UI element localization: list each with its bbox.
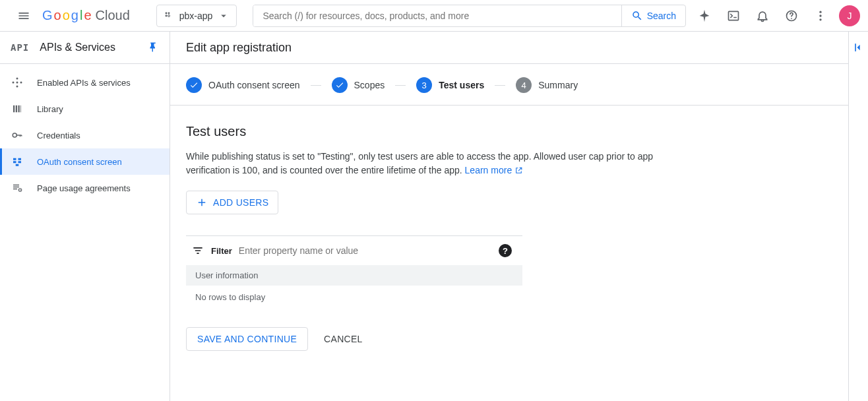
- test-users-section: Test users While publishing status is se…: [170, 106, 711, 369]
- filter-icon: [191, 244, 204, 257]
- bell-icon: [756, 9, 769, 22]
- more-button[interactable]: [807, 3, 834, 29]
- add-users-button[interactable]: ADD USERS: [186, 191, 278, 214]
- sidebar-item-library[interactable]: Library: [0, 96, 170, 122]
- page-title: Edit app registration: [186, 41, 292, 55]
- step-summary[interactable]: 4 Summary: [516, 77, 578, 93]
- table-header: User information: [186, 265, 522, 286]
- pin-icon[interactable]: [147, 42, 159, 53]
- more-vert-icon: [814, 9, 827, 22]
- step-label: Test users: [439, 80, 484, 90]
- sidebar-item-oauth-consent[interactable]: OAuth consent screen: [0, 148, 170, 175]
- sidebar: API APIs & Services Enabled APIs & servi…: [0, 32, 170, 401]
- sidebar-item-page-usage[interactable]: Page usage agreements: [0, 175, 170, 201]
- step-separator: [395, 85, 406, 86]
- svg-point-1: [168, 12, 170, 14]
- cloud-shell-button[interactable]: [720, 3, 747, 29]
- cancel-button[interactable]: CANCEL: [324, 334, 363, 344]
- notifications-button[interactable]: [749, 3, 776, 29]
- svg-point-8: [819, 18, 821, 20]
- svg-rect-18: [18, 161, 22, 163]
- add-users-label: ADD USERS: [213, 197, 268, 208]
- step-label: Scopes: [354, 80, 385, 90]
- filter-row: Filter ?: [186, 236, 522, 265]
- section-description: While publishing status is set to "Testi…: [186, 150, 695, 177]
- menu-icon: [17, 9, 30, 22]
- save-continue-button[interactable]: SAVE AND CONTINUE: [186, 327, 308, 351]
- filter-help-button[interactable]: ?: [499, 244, 512, 257]
- svg-point-12: [13, 82, 15, 84]
- table-empty-row: No rows to display: [186, 286, 522, 309]
- stepper: OAuth consent screen Scopes 3 Test users…: [170, 64, 848, 106]
- step-separator: [495, 85, 505, 86]
- external-link-icon: [514, 166, 523, 175]
- sidebar-item-enabled-apis[interactable]: Enabled APIs & services: [0, 69, 170, 96]
- svg-point-9: [16, 82, 18, 84]
- section-heading: Test users: [186, 124, 695, 139]
- svg-point-3: [168, 15, 170, 16]
- project-picker[interactable]: pbx-app: [156, 5, 237, 27]
- step-label: Summary: [538, 80, 578, 90]
- search-button-label: Search: [647, 11, 676, 21]
- project-icon: [164, 11, 174, 21]
- svg-point-2: [165, 15, 167, 16]
- key-icon: [11, 129, 23, 141]
- top-header: GoogleCloud pbx-app Search J: [0, 0, 868, 32]
- check-icon: [186, 77, 202, 93]
- sidebar-item-label: OAuth consent screen: [37, 157, 122, 167]
- step-number: 4: [516, 77, 532, 93]
- svg-point-11: [16, 86, 18, 88]
- sidebar-item-credentials[interactable]: Credentials: [0, 122, 170, 148]
- account-avatar[interactable]: J: [839, 5, 860, 26]
- sidebar-nav: Enabled APIs & services Library Credenti…: [0, 64, 170, 201]
- svg-rect-17: [18, 158, 22, 160]
- users-table: Filter ? User information No rows to dis…: [186, 235, 522, 309]
- svg-point-0: [165, 12, 167, 14]
- step-oauth-consent[interactable]: OAuth consent screen: [186, 77, 300, 93]
- svg-point-14: [13, 133, 16, 137]
- search-icon: [631, 10, 643, 22]
- check-icon: [332, 77, 348, 93]
- enabled-apis-icon: [11, 77, 23, 88]
- search-input[interactable]: [253, 5, 621, 26]
- hamburger-menu-button[interactable]: [8, 0, 40, 32]
- svg-rect-15: [13, 158, 16, 160]
- description-text: While publishing status is set to "Testi…: [186, 151, 653, 175]
- chevron-down-icon: [218, 10, 230, 22]
- help-icon: [785, 9, 798, 22]
- library-icon: [11, 103, 23, 115]
- svg-rect-21: [855, 44, 856, 51]
- step-number: 3: [416, 77, 432, 93]
- avatar-initial: J: [848, 11, 852, 21]
- consent-icon: [11, 156, 23, 168]
- search-bar: Search: [253, 5, 686, 27]
- sparkle-icon: [697, 9, 712, 23]
- gemini-button[interactable]: [691, 3, 718, 29]
- action-row: SAVE AND CONTINUE CANCEL: [186, 327, 695, 351]
- svg-rect-4: [729, 11, 739, 20]
- filter-input[interactable]: [239, 245, 492, 256]
- collapse-panel-icon[interactable]: [852, 41, 865, 54]
- svg-point-6: [819, 11, 821, 13]
- plus-icon: [196, 197, 208, 208]
- sidebar-item-label: Page usage agreements: [37, 183, 131, 193]
- main-area: Edit app registration OAuth consent scre…: [170, 32, 868, 401]
- agreements-icon: [11, 182, 23, 194]
- project-name: pbx-app: [179, 11, 213, 21]
- search-button[interactable]: Search: [621, 5, 685, 26]
- step-scopes[interactable]: Scopes: [332, 77, 385, 93]
- step-test-users[interactable]: 3 Test users: [416, 77, 484, 93]
- help-button[interactable]: [778, 3, 805, 29]
- google-cloud-logo[interactable]: GoogleCloud: [42, 8, 130, 23]
- header-actions: J: [691, 3, 860, 29]
- learn-more-link[interactable]: Learn more: [465, 165, 523, 175]
- sidebar-header: API APIs & Services: [0, 32, 170, 64]
- learn-more-label: Learn more: [465, 165, 512, 175]
- api-logo: API: [11, 42, 29, 53]
- svg-rect-16: [13, 161, 16, 163]
- sidebar-item-label: Credentials: [37, 131, 80, 140]
- svg-point-13: [20, 82, 22, 84]
- svg-point-7: [819, 15, 821, 16]
- step-separator: [311, 85, 321, 86]
- step-label: OAuth consent screen: [208, 80, 300, 90]
